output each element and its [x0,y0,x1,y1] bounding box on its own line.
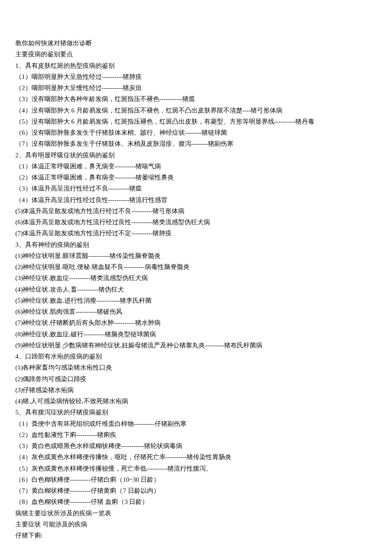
text-line: （5）没有咽部肿大 6 月龄易发病，红斑指压褪色，红斑凸出皮肤，有菱型、方形等明… [15,116,377,127]
text-line: (5)神经症状.败血.进行性消瘦-----------猪李氏杆菌 [15,295,377,306]
text-line: 3、具有神经的疫病的鉴别 [15,239,377,250]
text-line: 4、口蹄部有水疱的疫病的鉴别 [15,351,377,362]
text-line: （1）体温正常呼吸困难，鼻无病变----------猪喘气病 [15,161,377,172]
text-line: （2）体温正常呼吸困难，鼻有病变----------猪萎缩性鼻炎 [15,172,377,183]
text-line: 1、具有皮肤红斑的热型疫病的鉴别 [15,60,377,71]
text-line: 病猪主要症状所涉及的疾病一览表 [15,508,377,519]
text-line: （6）白色糊状稀便----------仔猪白痢（10~30 日龄） [15,474,377,485]
text-line: 主要疫病的鉴别要点 [15,49,377,60]
text-line: （1）粪便中含有坏死组织或纤维蛋白样物----------仔猪副伤寒 [15,418,377,429]
text-line: (6)体温升高呈散发或地方性流行经过良性----------猪类流感型伪狂犬病 [15,217,377,228]
text-line: （3）体温升高呈流行性经过不良----------猪瘟 [15,183,377,194]
text-line: 教你如何快速对猪做出诊断 [15,38,377,49]
text-line: （7）没有咽部肿胀多发生于仔猪肢体、末梢及皮肤湿疹、腹泻--------猪副伤寒 [15,138,377,149]
text-line: (1)神经症状明显.眼球震颤----------猪传染性脑脊髓炎 [15,250,377,261]
text-line: 仔猪下痢: [15,530,377,541]
text-line: (6)神经症状.肌肉强直----------猪破伤风 [15,306,377,317]
text-line: (9)神经症状明显.少数病猪有神经症状,妊娠母猪流产及种公猪睾丸炎-------… [15,340,377,351]
text-line: （3）没有咽部肿大各种年龄发病，红斑指压不褪色-----------猪瘟 [15,93,377,104]
text-line: （4）体温升高呈流行性经过良性----------猪流行性感冒 [15,194,377,205]
text-line: （7）黄白糊状稀便----------仔猪黄痢（7 日龄以内） [15,485,377,496]
text-line: （4）没有咽部肿大 6 月龄易发病，红斑指压不褪色，红斑不凸出皮肤界限不清楚--… [15,105,377,116]
text-line: (2)神经症状明显.呕吐.便秘.猪血疑不良----------病毒性脑脊髓炎 [15,261,377,272]
text-line: 2、具有明显呼吸症状的疫病的鉴别 [15,150,377,161]
text-line: (2)偶蹄兽均可感染口蹄疫 [15,373,377,384]
text-line: 5、具有腹泻症状的仔猪疫病鉴别 [15,407,377,418]
text-line: （1）咽部明显肿大呈急性经过----------猪肺疫 [15,71,377,82]
text-line: (4)猪,人可感染病情较轻,不致死猪水疱病 [15,396,377,407]
text-line: (5)体温升高呈散发或地方性流行经过不良----------猪弓形体病 [15,205,377,217]
text-line: （5）灰色或黄色水样稀便传播较慢，死亡率低----------猪流行性腹泻。 [15,463,377,474]
text-line: （8）血色糊状稀便----------仔猪 血痢（3 日龄） [15,496,377,507]
text-line: (1)各种家畜均匀感染猪水疱性口炎 [15,362,377,373]
text-line: (7)神经症状.仔猪断奶后有头部水肿----------猪水肿病 [15,317,377,328]
text-line: (3)仔猪感染猪水疱病 [15,384,377,396]
text-line: （3）黄白色或暗黑色水样或糊状稀便-----------猪轮状病毒病 [15,440,377,451]
text-line: （2）咽部明显肿大呈慢性经过----------猪炭疽 [15,82,377,93]
text-line: （4）灰色或黄色水样稀便传播快，呕吐，仔猪死亡率----------猪传染性胃肠… [15,451,377,462]
text-line: （6）没有咽部肿胀多发生于仔猪肢体末梢、跛行、神经症状--------猪链球菌 [15,127,377,138]
text-line: (3)神经症状.败血症----------猪类流感型伪狂犬病 [15,272,377,283]
document-body: 教你如何快速对猪做出诊断主要疫病的鉴别要点1、具有皮肤红斑的热型疫病的鉴别（1）… [15,38,377,541]
text-line: （2）血性黏液性下痢----------猪痢疾 [15,429,377,440]
text-line: (4)神经症状.攻击人.畜----------猪伪狂犬 [15,284,377,295]
text-line: 主要症状 可能涉及的疾病 [15,519,377,530]
text-line: (8)神经症状,败血症,破行----------猪脑炎型链球菌病 [15,329,377,340]
text-line: (7)体温升高呈散发或地方性流行经过不定----------猪肺疫 [15,228,377,239]
